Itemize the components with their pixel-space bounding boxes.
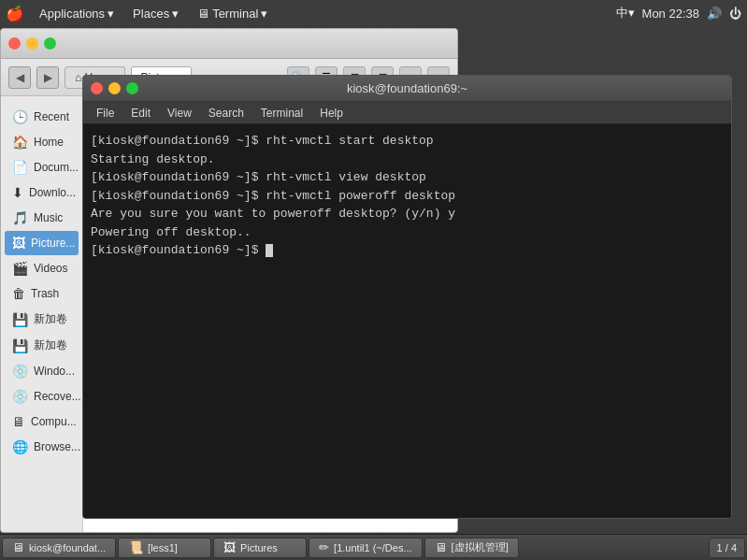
volume-icon[interactable]: 🔊 <box>707 7 722 21</box>
term-titlebar: kiosk@foundation69:~ <box>83 76 731 102</box>
sidebar-item-icon: 🌐 <box>12 439 28 454</box>
sidebar-item-recove---[interactable]: 💿Recove... <box>5 384 79 409</box>
sidebar-item-recent[interactable]: 🕒Recent <box>5 105 79 129</box>
taskbar: 🖥kiosk@foundat...📜[less1]🖼Pictures✏[1.un… <box>0 534 747 560</box>
fm-close-button[interactable] <box>8 37 21 50</box>
sidebar-item-label: Compu... <box>31 415 77 428</box>
term-close-button[interactable] <box>91 82 103 94</box>
sidebar-item-music[interactable]: 🎵Music <box>5 206 79 230</box>
taskbar-item-icon: 🖥 <box>12 540 24 554</box>
sidebar-item-windo---[interactable]: 💿Windo... <box>5 359 79 383</box>
sidebar-item-label: Recent <box>34 110 69 123</box>
taskbar-item-label: kiosk@foundat... <box>29 542 106 553</box>
language-indicator[interactable]: 中▾ <box>616 5 635 22</box>
sidebar-item-label: Videos <box>34 262 67 275</box>
fm-back-button[interactable]: ◀ <box>8 66 31 89</box>
fm-maximize-button[interactable] <box>44 37 56 50</box>
sidebar-item-icon: 🎬 <box>12 261 28 276</box>
sidebar-item-label: Browse... <box>34 440 80 453</box>
sidebar-item----[interactable]: 💾新加卷 <box>5 307 79 332</box>
sidebar-item-picture---[interactable]: 🖼Picture... <box>5 231 79 255</box>
term-menu-edit[interactable]: Edit <box>123 105 158 122</box>
taskbar-item-icon: 🖼 <box>223 540 236 554</box>
places-label: Places <box>133 7 169 21</box>
sidebar-item-videos[interactable]: 🎬Videos <box>5 256 79 280</box>
term-menu-help[interactable]: Help <box>312 105 351 122</box>
sidebar-item-icon: 💾 <box>12 312 28 327</box>
sidebar-item-label: Picture... <box>31 237 75 250</box>
taskbar-item--less1-[interactable]: 📜[less1] <box>118 538 211 558</box>
terminal-arrow-icon: ▾ <box>261 7 267 21</box>
sidebar-item-label: 新加卷 <box>34 311 67 327</box>
sidebar-item-icon: 🏠 <box>12 135 28 150</box>
sidebar-item-icon: 🖼 <box>12 236 25 251</box>
taskbar-item-label: [less1] <box>148 542 178 553</box>
taskbar-item-pictures[interactable]: 🖼Pictures <box>213 538 307 558</box>
sidebar-item-icon: 🕒 <box>12 109 28 124</box>
taskbar-item-kiosk-foundat---[interactable]: 🖥kiosk@foundat... <box>2 538 116 558</box>
sidebar-item-icon: 📄 <box>12 160 28 175</box>
places-arrow-icon: ▾ <box>172 7 179 21</box>
term-maximize-button[interactable] <box>126 82 138 94</box>
applications-menu[interactable]: Applications ▾ <box>32 5 122 22</box>
sidebar-item-label: Docum... <box>34 161 79 174</box>
term-menu-file[interactable]: File <box>89 105 122 122</box>
term-menu-terminal[interactable]: Terminal <box>253 105 310 122</box>
sidebar-item-label: Downlo... <box>29 186 76 199</box>
terminal-cursor <box>266 244 273 257</box>
sidebar-item-icon: 💿 <box>12 389 28 404</box>
top-menubar: 🍎 Applications ▾ Places ▾ 🖥 Terminal ▾ 中… <box>0 0 747 26</box>
sidebar-item-icon: 🖥 <box>12 414 25 429</box>
taskbar-item-icon: 📜 <box>128 540 143 554</box>
sidebar-item-trash[interactable]: 🗑Trash <box>5 281 79 306</box>
fm-forward-button[interactable]: ▶ <box>36 66 59 89</box>
power-icon[interactable]: ⏻ <box>729 7 741 21</box>
clock: Mon 22:38 <box>642 7 699 21</box>
top-right-area: 中▾ Mon 22:38 🔊 ⏻ <box>616 5 741 22</box>
term-menu-view[interactable]: View <box>160 105 199 122</box>
sidebar-item-icon: ⬇ <box>12 185 23 200</box>
terminal-icon: 🖥 <box>197 7 209 21</box>
sidebar-item-home[interactable]: 🏠Home <box>5 130 79 154</box>
sidebar-item----[interactable]: 💾新加卷 <box>5 333 79 358</box>
sidebar-item-label: 新加卷 <box>34 337 67 353</box>
term-menu-search[interactable]: Search <box>201 105 251 122</box>
fm-sidebar: 🕒Recent🏠Home📄Docum...⬇Downlo...🎵Music🖼Pi… <box>1 96 83 532</box>
sidebar-item-compu---[interactable]: 🖥Compu... <box>5 409 79 434</box>
terminal-window: kiosk@foundation69:~ FileEditViewSearchT… <box>82 75 732 519</box>
terminal-label: Terminal <box>212 7 258 21</box>
sidebar-item-label: Windo... <box>34 365 75 378</box>
places-menu[interactable]: Places ▾ <box>125 5 186 22</box>
term-body[interactable]: [kiosk@foundation69 ~]$ rht-vmctl start … <box>83 124 731 518</box>
apple-logo-icon: 🍎 <box>6 5 24 22</box>
sidebar-item-downlo---[interactable]: ⬇Downlo... <box>5 180 79 205</box>
sidebar-item-icon: 🎵 <box>12 210 28 225</box>
sidebar-item-icon: 💿 <box>12 364 28 379</box>
applications-label: Applications <box>39 7 105 21</box>
sidebar-item-browse---[interactable]: 🌐Browse... <box>5 435 79 459</box>
taskbar-item--------[interactable]: 🖥[虚拟机管理] <box>424 538 519 558</box>
taskbar-pager: 1 / 4 <box>709 538 745 558</box>
sidebar-item-label: Music <box>34 211 63 224</box>
taskbar-item-label: [虚拟机管理] <box>452 540 509 554</box>
term-title: kiosk@foundation69:~ <box>347 81 467 95</box>
sidebar-item-icon: 🗑 <box>12 286 25 301</box>
sidebar-item-label: Recove... <box>34 390 81 403</box>
term-menubar: FileEditViewSearchTerminalHelp <box>83 102 731 124</box>
sidebar-item-docum---[interactable]: 📄Docum... <box>5 155 79 179</box>
applications-arrow-icon: ▾ <box>108 7 114 21</box>
fm-titlebar <box>1 29 457 59</box>
sidebar-item-label: Trash <box>31 287 59 300</box>
fm-minimize-button[interactable] <box>26 37 38 50</box>
sidebar-item-icon: 💾 <box>12 338 28 353</box>
taskbar-item-icon: ✏ <box>319 540 329 554</box>
terminal-menu[interactable]: 🖥 Terminal ▾ <box>190 5 275 22</box>
taskbar-item-label: [1.until1 (~/Des... <box>334 542 411 553</box>
taskbar-item-label: Pictures <box>240 542 278 553</box>
taskbar-item-icon: 🖥 <box>435 540 447 554</box>
taskbar-item--1-until1----des---[interactable]: ✏[1.until1 (~/Des... <box>309 538 422 558</box>
sidebar-item-label: Home <box>34 136 64 149</box>
term-minimize-button[interactable] <box>108 82 121 94</box>
